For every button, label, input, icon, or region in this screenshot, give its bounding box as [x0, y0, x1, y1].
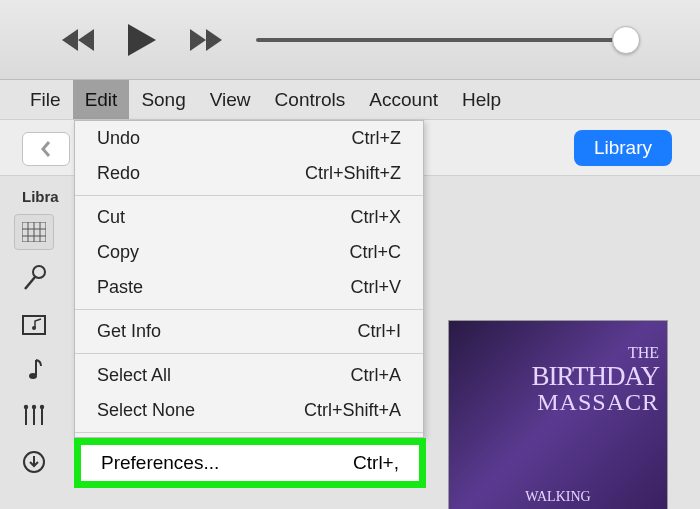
menu-bar: File Edit Song View Controls Account Hel… — [0, 80, 700, 120]
separator — [75, 432, 423, 433]
menu-shortcut: Ctrl+V — [350, 277, 401, 298]
menu-label: Preferences... — [101, 452, 219, 474]
grid-icon — [22, 222, 46, 242]
menu-shortcut: Ctrl+, — [353, 452, 399, 474]
svg-line-7 — [25, 277, 35, 289]
play-icon[interactable] — [126, 22, 160, 58]
playback-controls — [60, 22, 226, 58]
menu-cut[interactable]: Cut Ctrl+X — [75, 200, 423, 235]
album-title: THE BIRTHDAY MASSACR — [532, 345, 659, 415]
album-icon — [21, 312, 47, 336]
download-icon — [22, 450, 46, 474]
menu-label: Paste — [97, 277, 143, 298]
menu-account[interactable]: Account — [357, 80, 450, 119]
menu-shortcut: Ctrl+I — [357, 321, 401, 342]
rewind-icon[interactable] — [60, 27, 98, 53]
menu-preferences-highlighted[interactable]: Preferences... Ctrl+, — [74, 438, 426, 488]
menu-label: Undo — [97, 128, 140, 149]
svg-rect-8 — [23, 316, 45, 334]
sidebar-downloaded[interactable] — [14, 444, 54, 480]
sidebar-songs[interactable] — [14, 352, 54, 388]
menu-label: Cut — [97, 207, 125, 228]
menu-label: Get Info — [97, 321, 161, 342]
edit-menu-dropdown: Undo Ctrl+Z Redo Ctrl+Shift+Z Cut Ctrl+X… — [74, 120, 424, 438]
svg-point-15 — [32, 405, 36, 409]
svg-point-10 — [29, 373, 37, 379]
seek-thumb[interactable] — [612, 26, 640, 54]
sidebar-genres[interactable] — [14, 398, 54, 434]
menu-label: Select All — [97, 365, 171, 386]
music-note-icon — [24, 357, 44, 383]
menu-shortcut: Ctrl+X — [350, 207, 401, 228]
svg-point-6 — [33, 266, 45, 278]
chevron-left-icon — [40, 140, 52, 158]
menu-file[interactable]: File — [18, 80, 73, 119]
playback-bar — [0, 0, 700, 80]
album-subtitle: WALKING — [525, 489, 590, 505]
menu-view[interactable]: View — [198, 80, 263, 119]
microphone-icon — [22, 265, 46, 291]
menu-select-none[interactable]: Select None Ctrl+Shift+A — [75, 393, 423, 428]
separator — [75, 195, 423, 196]
library-button[interactable]: Library — [574, 130, 672, 166]
menu-shortcut: Ctrl+A — [350, 365, 401, 386]
menu-label: Select None — [97, 400, 195, 421]
separator — [75, 353, 423, 354]
menu-shortcut: Ctrl+C — [349, 242, 401, 263]
guitar-icon — [21, 403, 47, 429]
menu-shortcut: Ctrl+Shift+Z — [305, 163, 401, 184]
seek-bar[interactable] — [256, 38, 640, 42]
svg-point-9 — [32, 326, 36, 330]
menu-label: Redo — [97, 163, 140, 184]
menu-redo[interactable]: Redo Ctrl+Shift+Z — [75, 156, 423, 191]
menu-help[interactable]: Help — [450, 80, 513, 119]
menu-song[interactable]: Song — [129, 80, 197, 119]
menu-undo[interactable]: Undo Ctrl+Z — [75, 121, 423, 156]
menu-shortcut: Ctrl+Z — [352, 128, 402, 149]
svg-point-16 — [40, 405, 44, 409]
sidebar-heading: Libra — [22, 188, 59, 205]
svg-point-14 — [24, 405, 28, 409]
seek-track — [256, 38, 640, 42]
menu-paste[interactable]: Paste Ctrl+V — [75, 270, 423, 305]
sidebar — [14, 214, 74, 480]
sidebar-recently-added[interactable] — [14, 214, 54, 250]
sidebar-albums[interactable] — [14, 306, 54, 342]
sidebar-artists[interactable] — [14, 260, 54, 296]
album-art[interactable]: THE BIRTHDAY MASSACR WALKING — [448, 320, 668, 509]
forward-icon[interactable] — [188, 27, 226, 53]
back-button[interactable] — [22, 132, 70, 166]
menu-copy[interactable]: Copy Ctrl+C — [75, 235, 423, 270]
menu-shortcut: Ctrl+Shift+A — [304, 400, 401, 421]
menu-controls[interactable]: Controls — [263, 80, 358, 119]
menu-label: Copy — [97, 242, 139, 263]
menu-get-info[interactable]: Get Info Ctrl+I — [75, 314, 423, 349]
separator — [75, 309, 423, 310]
menu-edit[interactable]: Edit — [73, 80, 130, 119]
menu-select-all[interactable]: Select All Ctrl+A — [75, 358, 423, 393]
